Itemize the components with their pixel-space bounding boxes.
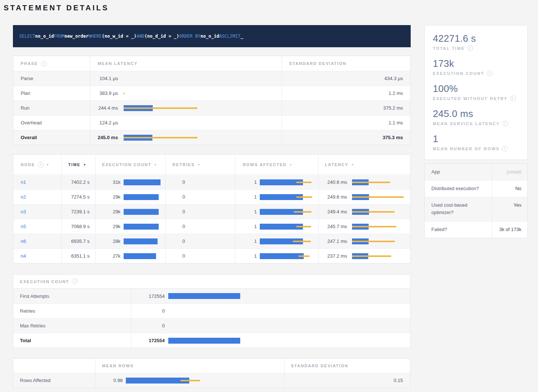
details-card: App (unset) Distributed execution? No Us…	[424, 164, 528, 238]
sql-token: no_o_id	[200, 34, 219, 39]
sql-token: ORDER BY	[179, 34, 201, 39]
rows-affected-value: 1	[235, 238, 257, 244]
retries-value: 0	[182, 238, 185, 244]
count-bar	[168, 308, 390, 314]
phase-label: Plan	[21, 90, 30, 96]
latency-value: 249.6 ms	[324, 194, 347, 200]
phase-label: Overall	[21, 135, 37, 140]
latency-value: 245.7 ms	[324, 224, 347, 229]
info-icon[interactable]: i	[487, 71, 492, 76]
detail-value: No	[492, 180, 527, 197]
execution-count-table: EXECUTION COUNT i First Attempts 172554 …	[13, 274, 411, 348]
info-icon[interactable]: i	[72, 279, 77, 284]
table-row: Max Retries 0	[13, 318, 410, 333]
rows-affected-header: MEAN ROWS STANDARD DEVIATION	[13, 359, 410, 373]
std-dev-value: 0.15	[394, 378, 403, 383]
count-bar	[168, 293, 390, 299]
execution-count-title: EXECUTION COUNT	[20, 279, 69, 284]
sort-header-execution-count[interactable]: EXECUTION COUNT ▼	[95, 155, 166, 175]
std-dev-value: 1.2 ms	[389, 90, 403, 96]
sql-token: SELECT	[19, 34, 35, 39]
latency-bar	[352, 238, 406, 244]
retries-value: 0	[182, 224, 185, 229]
sql-token: (no_w_id = _)	[102, 34, 137, 39]
sort-desc-icon: ▼	[83, 163, 86, 166]
std-dev-header-cell: STANDARD DEVIATION	[282, 56, 410, 71]
table-row: Overall 245.0 ms 375.3 ms	[13, 130, 410, 145]
sql-token: WHERE	[89, 34, 102, 39]
sort-desc-icon: ▼	[197, 163, 200, 166]
table-row: n6 6935.7 s 28k 0 1 247.1 ms	[13, 234, 410, 248]
stat-value: 42271.6 s	[433, 33, 519, 44]
std-dev-value: 434.3 µs	[384, 76, 403, 81]
rows-affected-value: 1	[235, 209, 257, 214]
time-value: 6351.1 s	[71, 253, 90, 259]
mean-rows-bar	[126, 378, 281, 384]
info-icon[interactable]: i	[503, 121, 508, 126]
retries-value: 0	[182, 179, 185, 185]
latency-bar	[352, 179, 406, 185]
count-value: 0	[134, 308, 165, 314]
sql-token: LIMIT	[227, 34, 241, 39]
sort-header-rows-affected[interactable]: ROWS AFFECTED ▼	[235, 155, 318, 175]
sort-header-retries[interactable]: RETRIES ▼	[165, 155, 235, 175]
latency-bar	[124, 76, 282, 82]
phase-header-cell: PHASE i	[13, 56, 90, 71]
rows-affected-bar	[260, 179, 319, 185]
node-link[interactable]: n3	[21, 209, 26, 214]
info-icon[interactable]: i	[510, 96, 516, 101]
latency-bar	[124, 105, 282, 111]
sort-header-time[interactable]: TIME ▼	[61, 155, 95, 175]
stddev-bar	[124, 107, 197, 109]
retries-value: 0	[182, 194, 185, 200]
sql-token: ASC	[219, 34, 227, 39]
count-value: 172554	[134, 338, 165, 343]
detail-value: Yes	[492, 197, 527, 221]
node-table-header: NODE i ▼ TIME ▼ EXECUTION COUNT ▼ RETRIE…	[13, 155, 410, 175]
time-value: 7274.5 s	[71, 194, 90, 200]
rows-affected-bar	[260, 238, 319, 244]
time-value: 7239.1 s	[71, 209, 90, 214]
detail-value: 3k of 173k	[492, 221, 527, 238]
sort-header-latency[interactable]: LATENCY ▼	[318, 155, 410, 175]
node-link[interactable]: n4	[21, 253, 26, 259]
detail-row-cost-based-optimizer: Used cost-based optimizer? Yes	[425, 197, 527, 221]
detail-row-failed: Failed? 3k of 173k	[425, 221, 527, 238]
phase-table: PHASE i MEAN LATENCY STANDARD DEVIATION …	[13, 56, 411, 145]
detail-row-app: App (unset)	[425, 164, 527, 180]
count-bar	[168, 323, 390, 329]
latency-value: 247.1 ms	[324, 238, 347, 244]
info-icon[interactable]: i	[502, 146, 508, 151]
stat-executed-without-retry: 100% EXECUTED WITHOUT RETRYi	[433, 83, 519, 101]
execution-count-value: 29k	[102, 209, 121, 214]
node-link[interactable]: n6	[21, 238, 26, 244]
node-table: NODE i ▼ TIME ▼ EXECUTION COUNT ▼ RETRIE…	[13, 154, 411, 264]
mean-latency-value: 104.1 µs	[92, 76, 118, 81]
stddev-bar	[124, 93, 125, 94]
row-label: Max Retries	[20, 323, 45, 329]
node-link[interactable]: n5	[21, 224, 26, 229]
retries-value: 0	[182, 253, 185, 259]
stat-value: 173k	[433, 58, 519, 69]
table-row: Plan 383.9 µs 1.2 ms	[13, 86, 410, 100]
execution-count-bar	[124, 224, 166, 230]
execution-count-bar	[124, 238, 166, 244]
sql-token: FROM	[54, 34, 65, 39]
node-link[interactable]: n1	[21, 179, 26, 185]
mean-latency-header-cell: MEAN LATENCY	[90, 56, 282, 71]
mean-rows-header-label: MEAN ROWS	[102, 364, 134, 368]
sort-desc-icon: ▼	[46, 163, 49, 166]
rows-affected-value: 1	[235, 224, 257, 229]
phase-label: Run	[21, 105, 30, 111]
std-dev-header-label: STANDARD DEVIATION	[291, 364, 348, 368]
latency-value: 249.4 ms	[324, 209, 347, 214]
count-bar	[168, 338, 390, 344]
info-icon[interactable]: i	[38, 162, 44, 168]
row-label: First Attempts	[20, 293, 49, 299]
sort-header-node[interactable]: NODE i ▼	[13, 155, 61, 175]
stat-mean-number-of-rows: 1 MEAN NUMBER OF ROWSi	[433, 133, 519, 151]
info-icon[interactable]: i	[41, 61, 46, 66]
node-link[interactable]: n2	[21, 194, 26, 200]
info-icon[interactable]: i	[468, 45, 473, 51]
execution-count-bar	[124, 209, 166, 215]
